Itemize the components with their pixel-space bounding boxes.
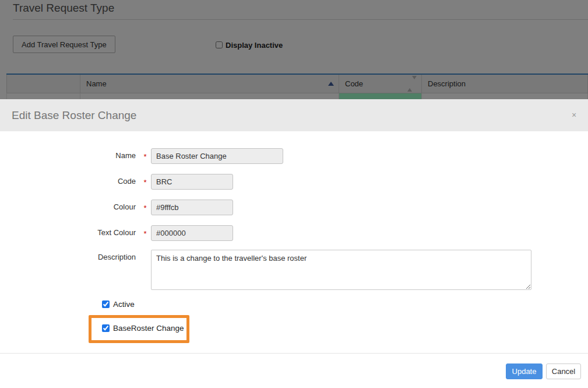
name-input[interactable] [151,148,283,164]
required-asterisk: * [142,201,149,216]
required-asterisk: * [142,175,149,190]
name-label: Name [0,148,136,163]
baseroster-change-checkbox[interactable] [102,324,110,332]
description-textarea[interactable]: This is a change to the traveller's base… [151,250,531,290]
name-field-row: Name * [0,148,588,163]
close-icon[interactable]: × [569,110,579,120]
required-asterisk: * [142,226,149,242]
edit-base-roster-change-dialog: Edit Base Roster Change × Name * Code * … [0,99,588,388]
required-asterisk: * [142,149,149,165]
description-label: Description [0,250,136,265]
baseroster-change-highlight-annotation: BaseRoster Change [89,315,189,343]
colour-input[interactable] [151,200,233,215]
code-input[interactable] [151,174,233,190]
baseroster-change-label[interactable]: BaseRoster Change [113,324,184,333]
colour-label: Colour [0,200,136,215]
code-field-row: Code * [0,174,588,189]
text-colour-label: Text Colour [0,225,136,240]
update-button[interactable]: Update [506,363,543,379]
dialog-footer: Update Cancel [0,353,588,388]
active-label[interactable]: Active [113,300,135,309]
code-label: Code [0,174,136,189]
dialog-header: Edit Base Roster Change × [0,99,588,131]
baseroster-change-option: BaseRoster Change [102,324,184,333]
active-checkbox[interactable] [102,300,110,308]
dialog-title: Edit Base Roster Change [12,99,136,131]
text-colour-input[interactable] [151,225,233,241]
text-colour-field-row: Text Colour * [0,225,588,240]
active-option: Active [102,300,135,309]
description-field-row: Description This is a change to the trav… [0,250,588,291]
colour-field-row: Colour * [0,200,588,215]
cancel-button[interactable]: Cancel [546,363,581,379]
